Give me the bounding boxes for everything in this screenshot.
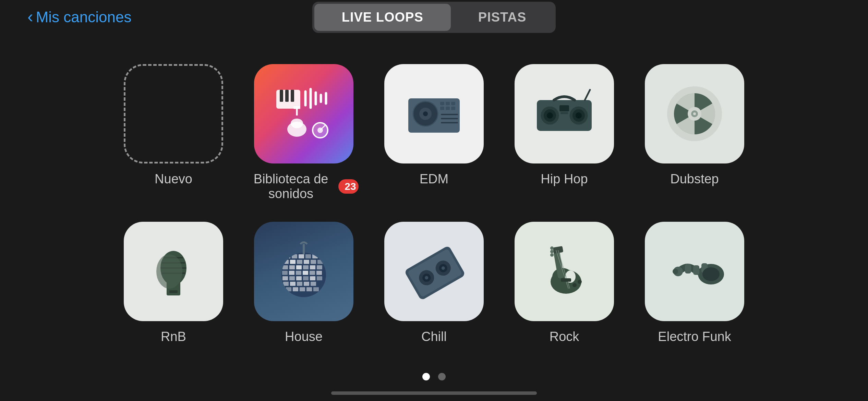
pagination: [422, 373, 446, 380]
svg-rect-71: [282, 271, 288, 275]
svg-rect-117: [693, 265, 699, 275]
grid-row-2: RnB: [119, 222, 749, 344]
svg-rect-54: [285, 254, 290, 258]
svg-point-51: [156, 254, 182, 289]
grid-item-house[interactable]: House: [249, 222, 359, 344]
tab-switcher: LIVE LOOPS PISTAS: [312, 2, 556, 33]
svg-rect-116: [685, 264, 691, 274]
back-button[interactable]: ‹ Mis canciones: [27, 9, 131, 26]
tab-pistas[interactable]: PISTAS: [451, 4, 554, 31]
chevron-left-icon: ‹: [27, 8, 33, 25]
svg-rect-25: [451, 107, 455, 110]
svg-rect-21: [446, 102, 450, 105]
grid-item-nuevo[interactable]: Nuevo: [119, 64, 228, 186]
rock-svg: [530, 237, 599, 306]
svg-rect-81: [310, 276, 315, 280]
rnb-icon: [124, 222, 223, 321]
electrofunk-label: Electro Funk: [658, 329, 731, 344]
biblioteca-label: Biblioteca de sonidos 23: [249, 172, 359, 201]
svg-point-32: [547, 112, 553, 119]
svg-rect-80: [303, 276, 309, 280]
svg-point-35: [576, 112, 582, 119]
grid-item-edm[interactable]: EDM: [379, 64, 489, 186]
svg-rect-72: [289, 271, 294, 275]
house-icon: [254, 222, 353, 321]
dubstep-icon: [645, 64, 744, 163]
svg-rect-1: [280, 90, 283, 102]
grid-item-biblioteca[interactable]: Biblioteca de sonidos 23: [249, 64, 359, 201]
svg-rect-65: [282, 265, 288, 269]
edm-icon: [384, 64, 484, 163]
svg-point-107: [550, 246, 554, 250]
svg-rect-2: [285, 90, 289, 102]
biblioteca-badge: 23: [338, 179, 359, 194]
svg-rect-87: [311, 282, 316, 286]
nuevo-icon: [124, 64, 223, 163]
chill-label: Chill: [421, 329, 447, 344]
svg-rect-23: [440, 107, 444, 110]
svg-rect-89: [293, 287, 298, 291]
hiphop-svg: [530, 80, 599, 148]
tab-live-loops[interactable]: LIVE LOOPS: [314, 4, 451, 31]
svg-rect-69: [310, 265, 315, 269]
template-grid: Nuevo: [0, 41, 868, 367]
svg-point-108: [550, 250, 554, 253]
chill-svg: [400, 237, 468, 306]
svg-rect-70: [317, 265, 322, 269]
svg-rect-78: [289, 276, 295, 280]
svg-rect-68: [303, 265, 309, 269]
svg-line-38: [585, 90, 590, 100]
grid-row-1: Nuevo: [119, 64, 749, 201]
rnb-label: RnB: [161, 329, 186, 344]
pagination-dot-1[interactable]: [422, 373, 430, 380]
grid-item-rock[interactable]: Rock: [509, 222, 619, 344]
svg-rect-90: [300, 287, 305, 291]
grid-item-rnb[interactable]: RnB: [119, 222, 228, 344]
svg-rect-66: [289, 265, 295, 269]
svg-rect-61: [297, 260, 302, 264]
svg-rect-28: [441, 122, 458, 123]
biblioteca-icon: [254, 64, 353, 163]
svg-rect-56: [299, 254, 304, 258]
svg-rect-112: [561, 278, 571, 282]
pagination-dot-2[interactable]: [438, 373, 446, 380]
svg-point-19: [423, 111, 428, 116]
house-label: House: [285, 329, 323, 344]
edm-svg: [400, 80, 468, 148]
grid-item-dubstep[interactable]: Dubstep: [640, 64, 749, 186]
svg-rect-85: [297, 282, 302, 286]
svg-point-120: [673, 269, 678, 274]
svg-rect-86: [304, 282, 309, 286]
grid-item-chill[interactable]: Chill: [379, 222, 489, 344]
biblioteca-svg: [269, 80, 338, 148]
hiphop-icon: [515, 64, 614, 163]
svg-rect-12: [293, 106, 300, 109]
svg-rect-82: [317, 276, 322, 280]
svg-rect-57: [305, 254, 311, 258]
rnb-svg: [139, 237, 208, 306]
svg-rect-73: [296, 271, 301, 275]
svg-rect-59: [283, 260, 289, 264]
scroll-bar[interactable]: [331, 391, 537, 395]
svg-rect-75: [310, 271, 315, 275]
nuevo-label: Nuevo: [155, 172, 192, 186]
svg-rect-88: [286, 287, 291, 291]
chill-icon: [384, 222, 484, 321]
rock-label: Rock: [550, 329, 579, 344]
svg-rect-62: [304, 260, 309, 264]
dubstep-svg: [660, 80, 729, 148]
grid-item-hiphop[interactable]: Hip Hop: [509, 64, 619, 186]
svg-rect-27: [441, 118, 458, 119]
back-label: Mis canciones: [36, 9, 132, 26]
svg-rect-67: [296, 265, 302, 269]
svg-rect-24: [446, 107, 450, 110]
svg-point-121: [702, 267, 720, 281]
svg-rect-20: [440, 102, 444, 105]
svg-point-114: [578, 280, 582, 284]
svg-rect-63: [311, 260, 316, 264]
svg-rect-58: [312, 254, 318, 258]
svg-rect-37: [560, 112, 568, 114]
svg-rect-45: [169, 290, 178, 293]
grid-item-electrofunk[interactable]: Electro Funk: [640, 222, 749, 344]
svg-point-113: [572, 283, 577, 287]
